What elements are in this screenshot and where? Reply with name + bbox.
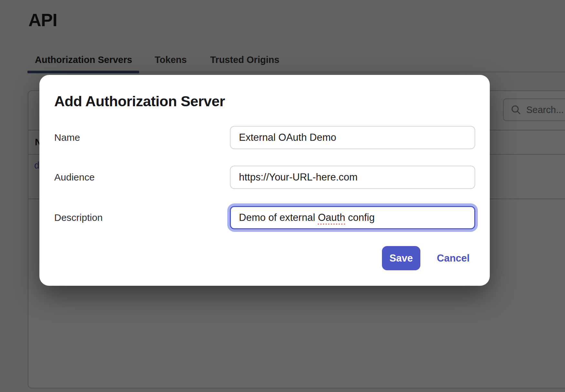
audience-field-label: Audience <box>54 166 95 189</box>
description-text-suffix: config <box>345 212 375 223</box>
app-root: API Authorization Servers Tokens Trusted… <box>0 0 565 392</box>
cancel-button[interactable]: Cancel <box>437 246 470 270</box>
description-field-label: Description <box>54 206 103 229</box>
description-text-prefix: Demo of external <box>239 212 318 223</box>
audience-input[interactable] <box>230 166 475 189</box>
name-field-label: Name <box>54 126 80 149</box>
add-authorization-server-modal: Add Authorization Server Name Audience D… <box>39 75 490 286</box>
name-input[interactable] <box>230 126 475 149</box>
modal-title: Add Authorization Server <box>54 93 225 110</box>
description-input[interactable]: Demo of external Oauth config <box>230 206 475 229</box>
save-button[interactable]: Save <box>382 246 420 270</box>
description-misspelled-word: Oauth <box>318 212 345 223</box>
